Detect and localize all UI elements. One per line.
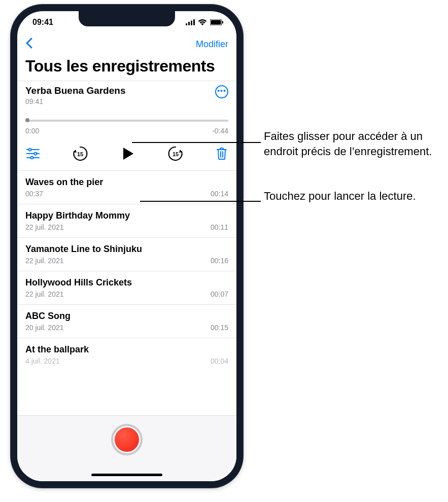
slider-thumb[interactable] [25, 118, 29, 122]
svg-rect-0 [186, 23, 187, 25]
back-button[interactable] [25, 38, 32, 51]
skip-back-amount: 15 [72, 145, 89, 162]
ellipsis-icon: ••• [217, 87, 226, 94]
record-bar [17, 415, 236, 481]
list-item-duration: 00:04 [211, 357, 228, 365]
list-item-meta: 20 juil. 2021 [25, 324, 64, 332]
svg-rect-5 [211, 20, 221, 25]
wifi-icon [198, 19, 207, 25]
list-item-meta: 4 juil. 2021 [25, 357, 60, 365]
recording-time: 09:41 [25, 97, 125, 105]
skip-forward-button[interactable]: 15 [167, 145, 184, 162]
elapsed-time: 0:00 [25, 127, 39, 135]
list-item[interactable]: Waves on the pier 00:3700:14 [17, 171, 236, 204]
record-icon [115, 427, 139, 452]
list-item[interactable]: Yamanote Line to Shinjuku 22 juil. 20210… [17, 238, 236, 271]
page-title: Tous les enregistrements [17, 55, 236, 81]
record-button[interactable] [111, 424, 143, 455]
list-item-title: Yamanote Line to Shinjuku [25, 244, 228, 255]
list-item-meta: 22 juil. 2021 [25, 223, 64, 231]
list-item-title: ABC Song [25, 311, 228, 321]
status-indicators [186, 19, 223, 25]
list-item-title: Happy Birthday Mommy [25, 210, 228, 221]
status-time: 09:41 [32, 18, 53, 27]
more-button[interactable]: ••• [215, 85, 228, 98]
skip-forward-amount: 15 [167, 145, 184, 162]
play-button[interactable] [121, 147, 135, 161]
list-item-duration: 00:11 [211, 223, 228, 231]
recording-title: Yerba Buena Gardens [25, 85, 125, 96]
time-labels: 0:00 -0:44 [25, 127, 228, 135]
svg-rect-6 [222, 21, 223, 24]
list-item-meta: 22 juil. 2021 [25, 257, 64, 265]
list-item-duration: 00:15 [211, 324, 228, 332]
list-item-title: At the ballpark [25, 344, 228, 355]
options-button[interactable] [26, 148, 40, 159]
nav-bar: Modifier [17, 33, 236, 55]
list-item[interactable]: ABC Song 20 juil. 202100:15 [17, 305, 236, 338]
list-item-meta: 22 juil. 2021 [25, 290, 64, 298]
list-item-duration: 00:16 [211, 257, 228, 265]
remaining-time: -0:44 [212, 127, 228, 135]
list-item-title: Waves on the pier [25, 177, 228, 188]
delete-button[interactable] [216, 147, 227, 160]
callout-slider: Faites glisser pour accéder à un endroit… [264, 129, 448, 159]
list-item[interactable]: Happy Birthday Mommy 22 juil. 202100:11 [17, 204, 236, 238]
svg-rect-1 [188, 22, 190, 25]
phone-frame: 09:41 Modifier Tous les enregistrements … [10, 4, 244, 488]
skip-back-button[interactable]: 15 [72, 145, 89, 162]
svg-point-10 [35, 153, 37, 155]
cellular-icon [186, 19, 195, 25]
trash-icon [216, 147, 227, 160]
callout-leader-line [132, 142, 261, 143]
list-item-title: Hollywood Hills Crickets [25, 277, 228, 288]
playback-controls: 15 15 [25, 145, 228, 162]
play-icon [121, 147, 135, 161]
expanded-recording: Yerba Buena Gardens 09:41 ••• 0:00 -0:44 [17, 81, 236, 171]
playback-slider[interactable] [25, 117, 228, 124]
list-item[interactable]: At the ballpark 4 juil. 202100:04 [17, 338, 236, 371]
screen: 09:41 Modifier Tous les enregistrements … [17, 11, 236, 481]
sliders-icon [26, 148, 40, 159]
svg-rect-3 [193, 19, 195, 25]
list-item-duration: 00:07 [211, 290, 228, 298]
battery-icon [210, 19, 223, 25]
edit-button[interactable]: Modifier [196, 39, 228, 50]
chevron-left-icon [25, 38, 32, 49]
home-indicator[interactable] [91, 474, 162, 476]
notch [79, 11, 175, 26]
callout-play: Touchez pour lancer la lecture. [264, 189, 416, 204]
list-item[interactable]: Hollywood Hills Crickets 22 juil. 202100… [17, 271, 236, 305]
svg-rect-2 [191, 21, 192, 26]
callout-leader-line [140, 201, 261, 202]
list-item-meta: 00:37 [25, 190, 43, 198]
svg-point-12 [31, 157, 33, 159]
slider-track [25, 120, 228, 122]
list-item-duration: 00:14 [211, 190, 228, 198]
svg-point-8 [29, 149, 31, 151]
